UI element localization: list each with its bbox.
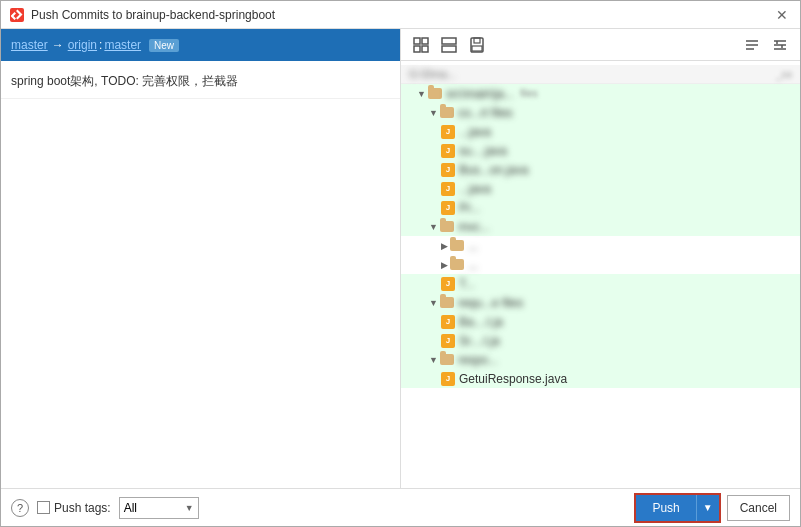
svg-rect-3 [414,46,420,52]
java-file-icon-sr: J [441,334,455,348]
tree-row-mvc[interactable]: ▼ mvc... [401,217,800,236]
tree-row-sub2[interactable]: ▶ ... [401,255,800,274]
toolbar-icons-right [740,35,792,55]
branch-to[interactable]: master [104,38,141,52]
layout-button[interactable] [437,35,461,55]
ba-label: Ba....t.ja [459,315,503,329]
file-tree-area: G:\Dma... _co ▼ src\main\ja... files ▼ c… [401,61,800,488]
mvc-folder-label: mvc... [458,220,490,234]
settings-button[interactable] [768,35,792,55]
title-bar: Push Commits to brainup-backend-springbo… [1,1,800,29]
align-button[interactable] [740,35,764,55]
tags-value: All [124,501,137,515]
push-btn-group: Push ▼ [634,493,720,523]
svg-rect-4 [422,46,428,52]
folder-icon-respo [440,354,454,365]
commit-item[interactable]: spring boot架构, TODO: 完善权限，拦截器 [1,65,400,99]
file3-label: Bus...on.java [459,163,528,177]
chevron-icon-sub2: ▶ [441,260,448,270]
src-folder-label: src\main\ja... [446,87,514,101]
svg-rect-9 [472,46,482,51]
push-tags-text: Push tags: [54,501,111,515]
expand-button[interactable] [409,35,433,55]
svg-rect-6 [442,46,456,52]
java-file-icon-5: J [441,201,455,215]
svg-rect-7 [471,38,483,52]
right-toolbar [401,29,800,61]
tree-row-getui[interactable]: J GetuiResponse.java [401,369,800,388]
branch-separator: : [99,38,102,52]
tree-row-src[interactable]: ▼ src\main\ja... files [401,84,800,103]
bottom-left: ? Push tags: All ▼ [11,497,199,519]
tree-row-file5[interactable]: J Pr... [401,198,800,217]
tree-row-sr[interactable]: J Sr....t.ja [401,331,800,350]
file1-label: ...java [459,125,491,139]
src-suffix: files [520,88,538,99]
branch-from[interactable]: master [11,38,48,52]
bottom-right: Push ▼ Cancel [634,493,790,523]
path-header: G:\Dma... _co [401,65,800,84]
settings-icon [772,37,788,53]
layout-icon [441,37,457,53]
convert-folder-label: co...rt files [458,106,513,120]
repo-path: G:\Dma... [409,68,456,80]
save-icon [469,37,485,53]
java-file-icon-3: J [441,163,455,177]
java-file-icon-1: J [441,125,455,139]
push-dropdown-arrow-icon: ▼ [703,502,713,513]
chevron-icon-sub1: ▶ [441,241,448,251]
tree-row-convert[interactable]: ▼ co...rt files [401,103,800,122]
push-commits-dialog: Push Commits to brainup-backend-springbo… [0,0,801,527]
help-button[interactable]: ? [11,499,29,517]
sub1-label: ... [468,239,478,253]
folder-icon-mvc [440,221,454,232]
tree-row-file2[interactable]: J su....java [401,141,800,160]
svg-rect-5 [442,38,456,44]
java-file-icon-getui: J [441,372,455,386]
tree-row-file4[interactable]: J ...java [401,179,800,198]
svg-rect-1 [414,38,420,44]
push-dropdown-button[interactable]: ▼ [696,495,719,521]
dropdown-arrow-icon: ▼ [185,503,194,513]
tree-row-file3[interactable]: J Bus...on.java [401,160,800,179]
new-badge: New [149,39,179,52]
file2-label: su....java [459,144,507,158]
branch-arrow: → [52,38,64,52]
push-button[interactable]: Push [636,495,695,521]
expand-icon [413,37,429,53]
title-bar-left: Push Commits to brainup-backend-springbo… [9,7,275,23]
branch-bar: master → origin : master New [1,29,400,61]
tree-row-file1[interactable]: J ...java [401,122,800,141]
tags-dropdown[interactable]: All ▼ [119,497,199,519]
tree-row-t[interactable]: J T... [401,274,800,293]
folder-icon-src [428,88,442,99]
tree-row-sub1[interactable]: ▶ ... [401,236,800,255]
commit-message: spring boot架构, TODO: 完善权限，拦截器 [11,74,238,88]
push-tags-checkbox[interactable] [37,501,50,514]
git-icon [9,7,25,23]
chevron-icon-respo: ▼ [429,355,438,365]
folder-icon-convert [440,107,454,118]
sub2-label: ... [468,258,478,272]
folder-icon-sub2 [450,259,464,270]
align-icon [744,37,760,53]
chevron-icon: ▼ [417,89,426,99]
branch-remote[interactable]: origin [68,38,97,52]
push-tags-label: Push tags: [37,501,111,515]
folder-icon-sub1 [450,240,464,251]
save-button[interactable] [465,35,489,55]
file5-label: Pr... [459,201,480,215]
main-content: master → origin : master New spring boot… [1,29,800,488]
toolbar-icons-left [409,35,489,55]
folder-icon-requ [440,297,454,308]
tree-row-ba[interactable]: J Ba....t.ja [401,312,800,331]
file4-label: ...java [459,182,491,196]
requ-folder-label: requ...e files [458,296,523,310]
commit-list: spring boot架构, TODO: 完善权限，拦截器 [1,61,400,488]
cancel-button[interactable]: Cancel [727,495,790,521]
tree-row-respo[interactable]: ▼ respo... [401,350,800,369]
close-button[interactable]: ✕ [772,8,792,22]
right-panel: G:\Dma... _co ▼ src\main\ja... files ▼ c… [401,29,800,488]
sr-label: Sr....t.ja [459,334,500,348]
tree-row-requ[interactable]: ▼ requ...e files [401,293,800,312]
